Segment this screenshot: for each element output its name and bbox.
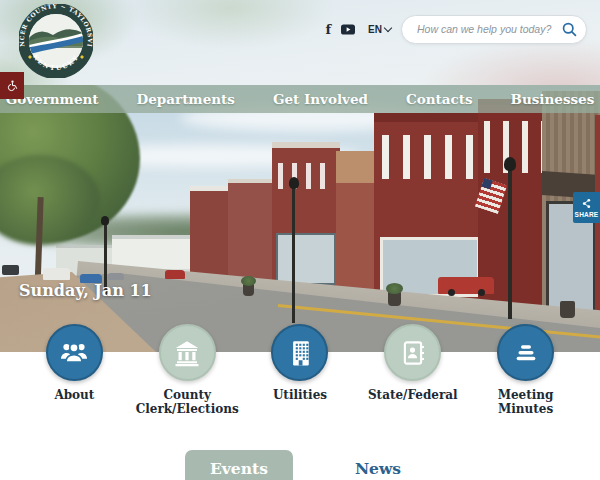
office-building-icon bbox=[271, 324, 328, 381]
quick-link-label: About bbox=[54, 389, 94, 403]
search-icon bbox=[561, 21, 578, 38]
courthouse-icon bbox=[159, 324, 216, 381]
share-icon bbox=[581, 198, 592, 209]
chevron-down-icon bbox=[384, 23, 392, 31]
nav-item-businesses[interactable]: Businesses bbox=[511, 91, 595, 107]
language-selector[interactable]: EN bbox=[368, 24, 391, 35]
quick-link-meeting-minutes[interactable]: Meeting Minutes bbox=[469, 324, 582, 417]
hero-photo: Sunday, Jan 11 SHARE bbox=[0, 85, 600, 352]
search-button[interactable] bbox=[561, 21, 578, 38]
nav-item-departments[interactable]: Departments bbox=[137, 91, 235, 107]
quick-link-about[interactable]: About bbox=[18, 324, 131, 417]
quick-link-label: County Clerk/Elections bbox=[132, 389, 242, 417]
quick-link-utilities[interactable]: Utilities bbox=[244, 324, 357, 417]
county-seal-logo[interactable]: SPENCER COUNTY ~ TAYLORSVILLE KENTUCKY bbox=[19, 4, 93, 78]
quick-link-state-federal[interactable]: State/Federal bbox=[356, 324, 469, 417]
top-header: SPENCER COUNTY ~ TAYLORSVILLE KENTUCKY f… bbox=[0, 0, 600, 85]
search-box bbox=[401, 15, 587, 44]
wheelchair-icon bbox=[6, 77, 18, 94]
header-utilities: f EN bbox=[326, 14, 588, 44]
share-button[interactable]: SHARE bbox=[573, 192, 600, 223]
nav-item-contacts[interactable]: Contacts bbox=[406, 91, 473, 107]
minutes-list-icon bbox=[497, 324, 554, 381]
current-date: Sunday, Jan 11 bbox=[19, 281, 152, 300]
quick-link-label: Meeting Minutes bbox=[471, 389, 581, 417]
page: Sunday, Jan 11 SHARE bbox=[0, 0, 600, 480]
tab-events[interactable]: Events bbox=[185, 450, 293, 480]
nav-item-get-involved[interactable]: Get Involved bbox=[273, 91, 368, 107]
main-nav: Government Departments Get Involved Cont… bbox=[0, 85, 600, 113]
youtube-icon[interactable] bbox=[341, 24, 355, 35]
quick-link-label: State/Federal bbox=[368, 389, 458, 403]
quick-link-label: Utilities bbox=[273, 389, 327, 403]
facebook-icon[interactable]: f bbox=[326, 23, 332, 36]
tab-news[interactable]: News bbox=[341, 450, 415, 480]
accessibility-button[interactable] bbox=[0, 72, 24, 99]
share-label: SHARE bbox=[575, 211, 599, 218]
search-input[interactable] bbox=[401, 15, 587, 44]
language-code: EN bbox=[368, 24, 382, 35]
contact-book-icon bbox=[384, 324, 441, 381]
quick-links-row: About County Clerk/Elections bbox=[18, 324, 582, 417]
quick-link-county-clerk-elections[interactable]: County Clerk/Elections bbox=[131, 324, 244, 417]
users-icon bbox=[46, 324, 103, 381]
content-tabs: Events News bbox=[0, 450, 600, 480]
